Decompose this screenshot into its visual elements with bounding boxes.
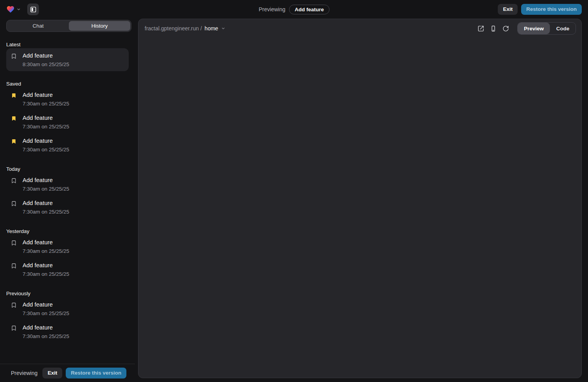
history-item-text: Add feature 7:30am on 25/25/25 bbox=[23, 301, 69, 317]
sidebar-footer: Previewing Exit Restore this version bbox=[0, 364, 135, 382]
history-item-title: Add feature bbox=[23, 91, 69, 99]
history-item-title: Add feature bbox=[23, 199, 69, 207]
history-item[interactable]: Add feature 7:30am on 25/25/25 bbox=[6, 133, 129, 156]
history-item-time: 7:30am on 25/25/25 bbox=[23, 248, 69, 254]
history-item-time: 7:30am on 25/25/25 bbox=[23, 123, 69, 130]
chevron-down-icon bbox=[16, 7, 21, 12]
history-sidebar: ChatHistory Latest Add feature 8:30am on… bbox=[0, 19, 135, 382]
preview-actions: PreviewCode bbox=[475, 22, 576, 35]
footer-restore-version-button[interactable]: Restore this version bbox=[66, 368, 126, 378]
footer-exit-button[interactable]: Exit bbox=[42, 368, 62, 378]
history-item-time: 7:30am on 25/25/25 bbox=[23, 310, 69, 317]
bookmark-icon[interactable] bbox=[11, 200, 17, 215]
bookmark-icon[interactable] bbox=[11, 302, 17, 317]
bookmark-icon[interactable] bbox=[11, 177, 17, 192]
history-item-title: Add feature bbox=[23, 52, 69, 60]
preview-status-group: Previewing Add feature bbox=[259, 0, 329, 19]
history-item-time: 7:30am on 25/25/25 bbox=[23, 333, 69, 340]
bookmark-icon[interactable] bbox=[11, 263, 17, 277]
mobile-view-icon bbox=[490, 25, 497, 32]
bookmark-icon[interactable] bbox=[11, 325, 17, 340]
chat-history-tabs: ChatHistory bbox=[6, 20, 131, 32]
history-item-text: Add feature 7:30am on 25/25/25 bbox=[23, 199, 69, 215]
history-item[interactable]: Add feature 8:30am on 25/25/25 bbox=[6, 48, 129, 71]
preview-url-selector[interactable]: fractal.gptengineer.run / home bbox=[145, 25, 226, 32]
topbar-left-group bbox=[6, 4, 39, 15]
mode-segment-code[interactable]: Code bbox=[550, 23, 576, 34]
history-item-text: Add feature 7:30am on 25/25/25 bbox=[23, 91, 69, 107]
mode-segment-preview[interactable]: Preview bbox=[518, 23, 550, 34]
app-topbar: Previewing Add feature Exit Restore this… bbox=[0, 0, 588, 19]
history-item-title: Add feature bbox=[23, 261, 69, 269]
history-item-time: 8:30am on 25/25/25 bbox=[23, 61, 69, 68]
history-item-title: Add feature bbox=[23, 176, 69, 184]
history-section-header: Today bbox=[6, 166, 129, 172]
exit-button[interactable]: Exit bbox=[498, 4, 518, 15]
preview-topbar: fractal.gptengineer.run / home bbox=[138, 19, 581, 38]
open-in-new-tab-icon bbox=[478, 25, 484, 32]
preview-panel: fractal.gptengineer.run / home bbox=[138, 19, 582, 378]
previewing-label: Previewing bbox=[259, 6, 285, 12]
history-item[interactable]: Add feature 7:30am on 25/25/25 bbox=[6, 110, 129, 133]
history-item-title: Add feature bbox=[23, 238, 69, 246]
refresh-button[interactable] bbox=[500, 23, 511, 34]
sidebar-toggle-button[interactable] bbox=[27, 4, 39, 15]
refresh-icon bbox=[502, 25, 509, 32]
version-pill[interactable]: Add feature bbox=[289, 5, 329, 14]
history-item-title: Add feature bbox=[23, 324, 69, 331]
history-item-time: 7:30am on 25/25/25 bbox=[23, 271, 69, 277]
history-item-text: Add feature 7:30am on 25/25/25 bbox=[23, 137, 69, 153]
sidebar-tab-history[interactable]: History bbox=[69, 21, 130, 31]
history-item-text: Add feature 7:30am on 25/25/25 bbox=[23, 176, 69, 192]
history-item-text: Add feature 7:30am on 25/25/25 bbox=[23, 114, 69, 130]
bookmark-icon[interactable] bbox=[11, 53, 17, 68]
preview-viewport[interactable] bbox=[138, 38, 581, 378]
history-item-title: Add feature bbox=[23, 301, 69, 308]
logo-menu-button[interactable] bbox=[6, 5, 21, 14]
history-section-header: Previously bbox=[6, 291, 129, 296]
preview-url-page: home bbox=[205, 25, 218, 32]
history-item-text: Add feature 8:30am on 25/25/25 bbox=[23, 52, 69, 68]
sidebar-tab-chat[interactable]: Chat bbox=[7, 21, 69, 31]
history-item[interactable]: Add feature 7:30am on 25/25/25 bbox=[6, 196, 129, 219]
bookmark-icon[interactable] bbox=[11, 115, 17, 130]
history-item-text: Add feature 7:30am on 25/25/25 bbox=[23, 324, 69, 340]
chevron-down-icon bbox=[221, 26, 226, 31]
history-section-header: Saved bbox=[6, 81, 129, 87]
topbar-right-group: Exit Restore this version bbox=[498, 4, 582, 15]
panel-left-icon bbox=[30, 6, 37, 13]
history-item-title: Add feature bbox=[23, 114, 69, 122]
mobile-view-button[interactable] bbox=[488, 23, 499, 34]
history-section-header: Yesterday bbox=[6, 228, 129, 234]
history-item-time: 7:30am on 25/25/25 bbox=[23, 146, 69, 153]
heart-logo bbox=[6, 5, 15, 14]
open-in-new-tab-button[interactable] bbox=[475, 23, 486, 34]
history-item-time: 7:30am on 25/25/25 bbox=[23, 100, 69, 107]
history-item-title: Add feature bbox=[23, 137, 69, 145]
history-item[interactable]: Add feature 7:30am on 25/25/25 bbox=[6, 297, 129, 320]
history-section-header: Latest bbox=[6, 42, 129, 47]
footer-previewing-label: Previewing bbox=[11, 370, 37, 376]
history-item[interactable]: Add feature 7:30am on 25/25/25 bbox=[6, 320, 129, 343]
history-list[interactable]: Latest Add feature 8:30am on 25/25/25 Sa… bbox=[0, 32, 135, 364]
history-item-time: 7:30am on 25/25/25 bbox=[23, 209, 69, 215]
bookmark-icon[interactable] bbox=[11, 240, 17, 254]
bookmark-icon[interactable] bbox=[11, 92, 17, 107]
history-item[interactable]: Add feature 7:30am on 25/25/25 bbox=[6, 88, 129, 110]
history-item[interactable]: Add feature 7:30am on 25/25/25 bbox=[6, 235, 129, 258]
restore-version-button[interactable]: Restore this version bbox=[521, 4, 582, 15]
history-item[interactable]: Add feature 7:30am on 25/25/25 bbox=[6, 173, 129, 196]
preview-url-prefix: fractal.gptengineer.run / bbox=[145, 25, 202, 32]
history-item-time: 7:30am on 25/25/25 bbox=[23, 186, 69, 192]
bookmark-icon[interactable] bbox=[11, 138, 17, 153]
history-item[interactable]: Add feature 7:30am on 25/25/25 bbox=[6, 258, 129, 281]
history-item-text: Add feature 7:30am on 25/25/25 bbox=[23, 261, 69, 277]
history-item-text: Add feature 7:30am on 25/25/25 bbox=[23, 238, 69, 254]
preview-code-toggle: PreviewCode bbox=[517, 22, 576, 35]
